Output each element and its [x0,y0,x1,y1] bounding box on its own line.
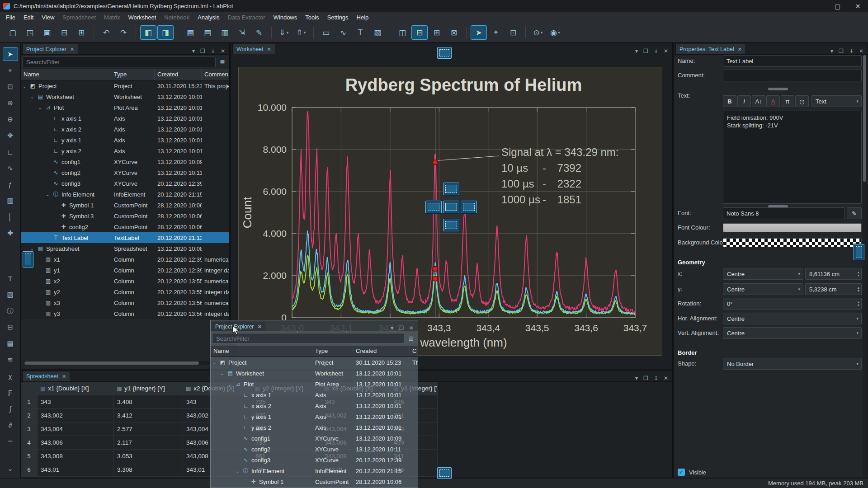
column-header-created[interactable]: Created [155,69,202,80]
toggle-project-explorer-button[interactable]: ◧ [140,25,156,40]
tab-spreadsheet[interactable]: Spreadsheet ✕ [22,371,70,381]
save-project-button[interactable]: ▣ [39,25,55,40]
tree-row-y-axis-1[interactable]: ∟y axis 1Axis13.12.2020 10:01 [211,411,418,422]
label-text-editor[interactable]: Field ionisation: 900V Stark splitting: … [723,111,862,204]
new-spreadsheet-button[interactable]: ▤ [199,25,216,40]
add-bar-plot-tool[interactable]: ▤ [3,337,18,350]
zoom-select-tool[interactable]: ⊡ [3,80,18,94]
drop-indicator-center-right[interactable] [461,201,477,213]
redo-button[interactable]: ↷ [115,25,132,40]
sheet-cell-r4c2[interactable]: 2.117 [114,436,183,450]
floating-titlebar[interactable]: Project Explorer ✕ ▾❐✕ [211,320,418,331]
tree-row-config2[interactable]: ✚config2CustomPoint28.12.2020 10:06 [21,221,229,232]
text-mode-dropdown[interactable]: Text ▾ [811,95,862,107]
tree-row-x-axis-2[interactable]: ∟x axis 2Axis13.12.2020 10:01 [21,124,229,135]
tree-row-y3[interactable]: ▥y3Column20.12.2020 13:56integer da [21,308,229,319]
close-window-button[interactable]: ✕ [848,0,868,12]
sheet-row-header-2[interactable]: 2 [21,409,38,422]
add-smoothing-tool[interactable]: ≋ [3,353,18,366]
tree-row-x-axis-1[interactable]: ∟x axis 1Axis13.12.2020 10:01 [211,389,418,400]
dock-menu-button[interactable]: ▾ [830,48,833,54]
menu-analysis[interactable]: Analysis [193,12,223,23]
tree-row-y1[interactable]: ▥y1Column20.12.2020 12:39integer da [21,265,229,276]
tree-row-x2[interactable]: ▥x2Column20.12.2020 13:55numerical [21,276,229,286]
sheet-row-header-3[interactable]: 3 [21,422,38,436]
zoom-select-mode-button[interactable]: ⊡ [505,25,521,40]
menu-notebook[interactable]: Notebook [160,12,193,23]
menu-windows[interactable]: Windows [269,12,302,23]
vertical-layout-button[interactable]: ◫ [394,25,410,40]
drop-indicator-center-left[interactable] [425,201,442,213]
choose-font-button[interactable]: ✎ [847,207,862,219]
grid-layout-button[interactable]: ⊞ [429,25,445,40]
sheet-cell-r6c2[interactable]: 3.308 [114,463,183,477]
sheet-row-header-1[interactable]: 1 [21,395,38,409]
add-image-button[interactable]: ▧ [369,25,386,40]
new-matrix-button[interactable]: ▥ [217,25,233,40]
pin-dock-button[interactable]: ↧ [211,48,215,54]
tree-row-info-element[interactable]: ⌄ⓘInfo ElementInfoElement20.12.2020 21:1… [211,465,418,476]
font-colour-swatch[interactable] [723,223,862,232]
hor-alignment-dropdown[interactable]: Centre▾ [723,313,862,324]
close-dock-button[interactable]: ✕ [221,48,225,54]
tab-properties-text-label[interactable]: Properties: Text Label ✕ [675,44,746,54]
float-dock-button[interactable]: ❐ [399,325,404,331]
italic-button[interactable]: I [737,95,751,107]
menu-settings[interactable]: Settings [323,12,353,23]
minimize-button[interactable]: – [807,0,827,12]
close-tab-icon[interactable]: ✕ [62,374,66,380]
tree-row-y-axis-2[interactable]: ∟y axis 2Axis13.12.2020 10:01 [21,145,229,156]
tree-row-text-label[interactable]: TText LabelTextLabel20.12.2020 21:13 [21,232,229,243]
close-dock-button[interactable]: ✕ [409,325,414,331]
custom-point[interactable] [433,276,438,281]
add-axis-tool[interactable]: ∟ [3,145,18,159]
tree-row-plot[interactable]: ⌄⊿PlotPlot Area13.12.2020 10:01 [211,379,418,389]
dock-menu-button[interactable]: ▾ [635,48,638,54]
dock-menu-button[interactable]: ▾ [192,48,195,54]
tree-row-info-element[interactable]: ⌄ⓘInfo ElementInfoElement20.12.2020 21:1… [21,189,229,200]
pin-dock-button[interactable]: ↧ [654,48,658,54]
dock-menu-button[interactable]: ▾ [391,325,393,331]
info-element-title[interactable]: Signal at λ = 343.29 nm: [501,146,619,158]
plot-title[interactable]: Rydberg Spectrum of Helium [345,75,582,94]
name-input[interactable] [723,55,862,67]
tree-row-project[interactable]: ⌄◩ProjectProject30.11.2020 15:23This pro… [21,80,229,91]
x-position-spinbox[interactable]: 8,61136 cm ▴▾ [805,268,862,280]
floating-project-explorer[interactable]: Project Explorer ✕ ▾❐✕ ≣ NameTypeCreated… [210,320,418,488]
sheet-cell-r3c2[interactable]: 2.577 [114,422,183,436]
menu-tools[interactable]: Tools [301,12,323,23]
add-fit-tool[interactable]: χ [3,369,18,383]
add-text-label-tool[interactable]: T [3,272,18,285]
more-tools-button[interactable]: ⌄ [3,462,18,475]
add-integration-tool[interactable]: ∫ [3,402,18,415]
column-header-commen[interactable]: Commen [202,69,229,80]
tree-row-x-axis-2[interactable]: ∟x axis 2Axis13.12.2020 10:01 [211,400,418,411]
tree-row-spreadsheet[interactable]: ⌄▦SpreadsheetSpreadsheet13.12.2020 10:08 [21,243,229,254]
menu-worksheet[interactable]: Worksheet [124,12,160,23]
float-dock-button[interactable]: ❐ [643,375,648,381]
background-colour-swatch[interactable] [723,238,862,247]
add-reference-line-tool[interactable]: │ [3,210,18,224]
add-histogram-tool[interactable]: ▥ [3,194,18,207]
column-header-created[interactable]: Created [353,346,410,357]
sheet-cell-r2c2[interactable]: 3.412 [114,409,183,422]
insert-symbol-button[interactable]: π [781,95,794,107]
zoom-mode-dropdown[interactable]: ⊙▾ [530,25,546,40]
visible-checkbox[interactable]: ✓ [678,469,685,476]
tree-row-config2[interactable]: ∿config2XYCurve13.12.2020 10:11 [211,444,418,455]
column-header-type[interactable]: Type [312,346,353,357]
column-header-commen[interactable]: Commen [410,346,418,357]
sheet-row-header-6[interactable]: 6 [21,463,38,477]
tree-row-x3[interactable]: ▥x3Column20.12.2020 13:56numerical [21,297,229,308]
print-button[interactable]: ⊟ [56,25,72,40]
vert-alignment-dropdown[interactable]: Centre▾ [723,327,862,339]
navigate-tool[interactable]: ✥ [3,129,18,142]
splitter-grip[interactable] [768,88,788,90]
tree-row-config3[interactable]: ∿config3XYCurve20.12.2020 12:39 [21,178,229,189]
undo-button[interactable]: ↶ [98,25,114,40]
tree-row-symbol-3[interactable]: ✚Symbol 3CustomPoint28.12.2020 10:06 [21,211,229,221]
tree-row-y-axis-1[interactable]: ∟y axis 1Axis13.12.2020 10:01 [21,135,229,145]
tree-row-x1[interactable]: ▥x1Column20.12.2020 12:39numerical [21,254,229,265]
menu-spreadsheet[interactable]: Spreadsheet [58,12,100,23]
close-tab-icon[interactable]: ✕ [267,47,271,52]
